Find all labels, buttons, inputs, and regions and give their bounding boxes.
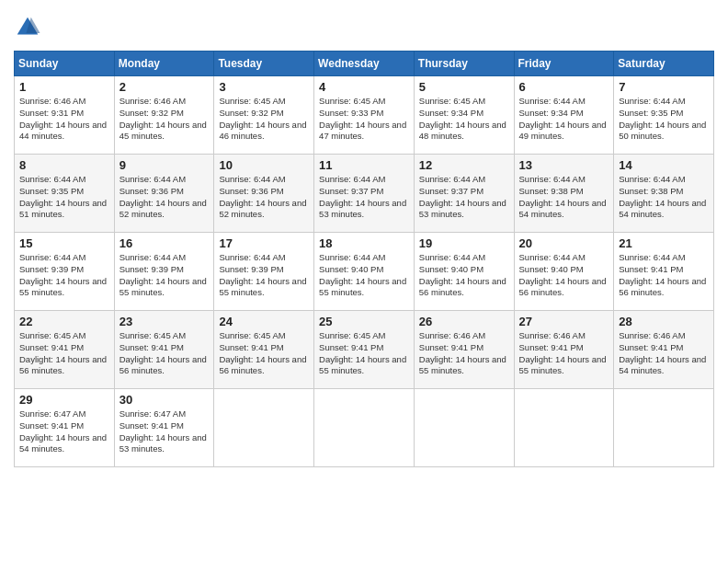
sunset-label: Sunset: 9:32 PM	[119, 108, 184, 118]
sunset-label: Sunset: 9:37 PM	[419, 186, 483, 196]
daylight-label: Daylight: 14 hours and 56 minutes.	[419, 276, 506, 298]
page-header	[14, 14, 714, 41]
sunset-label: Sunset: 9:33 PM	[319, 108, 383, 118]
day-number: 11	[319, 158, 409, 172]
daylight-label: Daylight: 14 hours and 54 minutes.	[619, 198, 706, 220]
day-number: 24	[219, 315, 309, 328]
daylight-label: Daylight: 14 hours and 54 minutes.	[619, 354, 706, 376]
sunrise-label: Sunrise: 6:46 AM	[419, 330, 485, 340]
daylight-label: Daylight: 14 hours and 52 minutes.	[119, 198, 207, 220]
day-number: 2	[119, 80, 210, 94]
sunrise-label: Sunrise: 6:44 AM	[19, 252, 85, 262]
day-cell-19: 19 Sunrise: 6:44 AM Sunset: 9:40 PM Dayl…	[414, 233, 514, 311]
sunrise-label: Sunrise: 6:45 AM	[219, 96, 285, 106]
day-cell-21: 21 Sunrise: 6:44 AM Sunset: 9:41 PM Dayl…	[614, 233, 714, 311]
day-info: Sunrise: 6:44 AM Sunset: 9:39 PM Dayligh…	[119, 252, 210, 299]
sunset-label: Sunset: 9:41 PM	[619, 264, 683, 274]
calendar-week-5: 29 Sunrise: 6:47 AM Sunset: 9:41 PM Dayl…	[15, 389, 714, 467]
daylight-label: Daylight: 14 hours and 51 minutes.	[19, 198, 107, 220]
day-info: Sunrise: 6:46 AM Sunset: 9:31 PM Dayligh…	[19, 96, 109, 143]
day-cell-5: 5 Sunrise: 6:45 AM Sunset: 9:34 PM Dayli…	[414, 76, 514, 155]
sunrise-label: Sunrise: 6:44 AM	[519, 174, 586, 184]
day-number: 9	[119, 158, 210, 172]
sunrise-label: Sunrise: 6:46 AM	[119, 96, 186, 106]
day-number: 23	[119, 315, 210, 328]
day-number: 13	[519, 158, 609, 172]
sunset-label: Sunset: 9:37 PM	[319, 186, 383, 196]
day-number: 18	[319, 236, 409, 250]
logo-icon	[14, 14, 41, 41]
daylight-label: Daylight: 14 hours and 44 minutes.	[19, 120, 107, 142]
sunset-label: Sunset: 9:41 PM	[319, 342, 383, 352]
daylight-label: Daylight: 14 hours and 55 minutes.	[419, 354, 506, 376]
sunrise-label: Sunrise: 6:46 AM	[19, 96, 85, 106]
sunset-label: Sunset: 9:41 PM	[119, 420, 184, 431]
day-number: 26	[419, 315, 509, 328]
calendar-header-wednesday: Wednesday	[314, 52, 415, 76]
sunset-label: Sunset: 9:41 PM	[419, 342, 483, 352]
sunrise-label: Sunrise: 6:44 AM	[619, 96, 685, 106]
daylight-label: Daylight: 14 hours and 47 minutes.	[319, 120, 406, 142]
day-cell-13: 13 Sunrise: 6:44 AM Sunset: 9:38 PM Dayl…	[514, 155, 614, 233]
day-info: Sunrise: 6:44 AM Sunset: 9:40 PM Dayligh…	[319, 252, 409, 299]
day-number: 5	[419, 80, 509, 94]
sunset-label: Sunset: 9:38 PM	[619, 186, 683, 196]
daylight-label: Daylight: 14 hours and 48 minutes.	[419, 120, 506, 142]
day-info: Sunrise: 6:45 AM Sunset: 9:32 PM Dayligh…	[219, 96, 309, 143]
sunset-label: Sunset: 9:40 PM	[319, 264, 383, 274]
calendar-header-row: SundayMondayTuesdayWednesdayThursdayFrid…	[15, 52, 714, 76]
day-info: Sunrise: 6:44 AM Sunset: 9:34 PM Dayligh…	[519, 96, 609, 143]
day-number: 4	[319, 80, 409, 94]
day-cell-12: 12 Sunrise: 6:44 AM Sunset: 9:37 PM Dayl…	[414, 155, 514, 233]
sunrise-label: Sunrise: 6:44 AM	[519, 96, 586, 106]
day-cell-10: 10 Sunrise: 6:44 AM Sunset: 9:36 PM Dayl…	[214, 155, 314, 233]
day-number: 29	[19, 393, 109, 407]
sunset-label: Sunset: 9:36 PM	[219, 186, 283, 196]
day-cell-2: 2 Sunrise: 6:46 AM Sunset: 9:32 PM Dayli…	[114, 76, 214, 155]
day-info: Sunrise: 6:44 AM Sunset: 9:36 PM Dayligh…	[119, 174, 210, 221]
day-cell-9: 9 Sunrise: 6:44 AM Sunset: 9:36 PM Dayli…	[114, 155, 214, 233]
day-info: Sunrise: 6:44 AM Sunset: 9:40 PM Dayligh…	[419, 252, 509, 299]
day-cell-15: 15 Sunrise: 6:44 AM Sunset: 9:39 PM Dayl…	[15, 233, 115, 311]
sunset-label: Sunset: 9:41 PM	[519, 342, 584, 352]
day-number: 22	[19, 315, 109, 328]
day-info: Sunrise: 6:44 AM Sunset: 9:38 PM Dayligh…	[519, 174, 609, 221]
day-cell-29: 29 Sunrise: 6:47 AM Sunset: 9:41 PM Dayl…	[15, 389, 115, 467]
sunrise-label: Sunrise: 6:44 AM	[619, 174, 685, 184]
day-number: 17	[219, 236, 309, 250]
day-number: 12	[419, 158, 509, 172]
daylight-label: Daylight: 14 hours and 55 minutes.	[319, 354, 406, 376]
day-info: Sunrise: 6:44 AM Sunset: 9:35 PM Dayligh…	[19, 174, 109, 221]
day-cell-14: 14 Sunrise: 6:44 AM Sunset: 9:38 PM Dayl…	[614, 155, 714, 233]
day-number: 21	[619, 236, 709, 250]
sunset-label: Sunset: 9:41 PM	[619, 342, 683, 352]
daylight-label: Daylight: 14 hours and 56 minutes.	[219, 354, 306, 376]
sunrise-label: Sunrise: 6:44 AM	[419, 174, 485, 184]
sunset-label: Sunset: 9:36 PM	[119, 186, 184, 196]
daylight-label: Daylight: 14 hours and 55 minutes.	[519, 354, 607, 376]
empty-cell	[314, 389, 415, 467]
day-info: Sunrise: 6:44 AM Sunset: 9:37 PM Dayligh…	[319, 174, 409, 221]
sunrise-label: Sunrise: 6:45 AM	[219, 330, 285, 340]
sunrise-label: Sunrise: 6:47 AM	[119, 408, 186, 419]
day-info: Sunrise: 6:44 AM Sunset: 9:35 PM Dayligh…	[619, 96, 709, 143]
day-info: Sunrise: 6:44 AM Sunset: 9:37 PM Dayligh…	[419, 174, 509, 221]
calendar-week-3: 15 Sunrise: 6:44 AM Sunset: 9:39 PM Dayl…	[15, 233, 714, 311]
day-info: Sunrise: 6:44 AM Sunset: 9:38 PM Dayligh…	[619, 174, 709, 221]
daylight-label: Daylight: 14 hours and 56 minutes.	[119, 354, 207, 376]
day-info: Sunrise: 6:47 AM Sunset: 9:41 PM Dayligh…	[119, 408, 210, 455]
daylight-label: Daylight: 14 hours and 56 minutes.	[619, 276, 706, 298]
calendar-body: 1 Sunrise: 6:46 AM Sunset: 9:31 PM Dayli…	[15, 76, 714, 467]
daylight-label: Daylight: 14 hours and 55 minutes.	[119, 276, 207, 298]
day-cell-16: 16 Sunrise: 6:44 AM Sunset: 9:39 PM Dayl…	[114, 233, 214, 311]
daylight-label: Daylight: 14 hours and 45 minutes.	[119, 120, 207, 142]
day-number: 10	[219, 158, 309, 172]
sunset-label: Sunset: 9:40 PM	[419, 264, 483, 274]
day-cell-22: 22 Sunrise: 6:45 AM Sunset: 9:41 PM Dayl…	[15, 311, 115, 389]
daylight-label: Daylight: 14 hours and 50 minutes.	[619, 120, 706, 142]
sunrise-label: Sunrise: 6:46 AM	[519, 330, 586, 340]
day-cell-7: 7 Sunrise: 6:44 AM Sunset: 9:35 PM Dayli…	[614, 76, 714, 155]
sunset-label: Sunset: 9:39 PM	[219, 264, 283, 274]
calendar-header-monday: Monday	[114, 52, 214, 76]
empty-cell	[614, 389, 714, 467]
